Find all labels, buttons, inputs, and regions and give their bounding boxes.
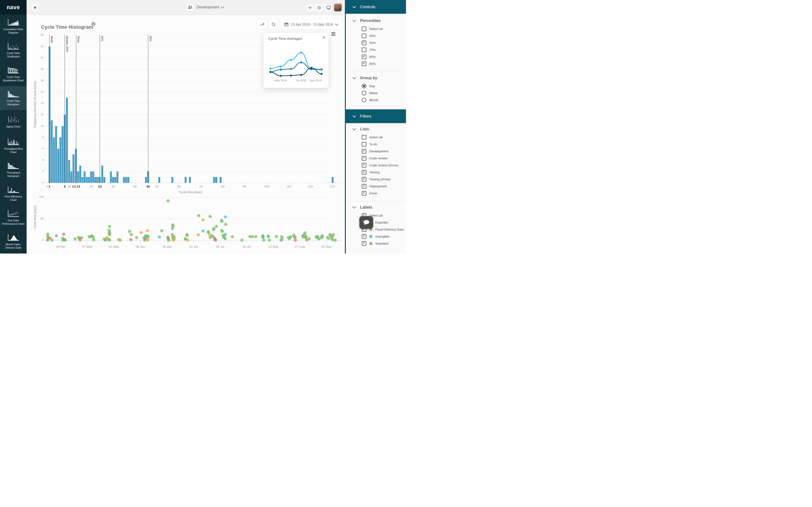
- scatter-point[interactable]: [262, 238, 265, 242]
- scatter-point[interactable]: [220, 220, 223, 223]
- scatter-point[interactable]: [160, 229, 163, 232]
- scatter-point[interactable]: [158, 235, 161, 238]
- checkbox[interactable]: [362, 234, 366, 239]
- lists-option-testing[interactable]: Testing: [346, 169, 406, 176]
- scatter-point[interactable]: [209, 215, 212, 218]
- scatter-point[interactable]: [202, 218, 205, 221]
- trend-toggle-button[interactable]: [257, 19, 267, 30]
- lists-option-to-do[interactable]: To do: [346, 141, 406, 148]
- scatter-point[interactable]: [79, 238, 82, 241]
- close-icon[interactable]: ×: [322, 35, 325, 40]
- scatter-point[interactable]: [280, 238, 283, 242]
- scatter-point[interactable]: [63, 238, 67, 242]
- averages-point[interactable]: [280, 74, 282, 77]
- histogram-bar[interactable]: [158, 177, 160, 183]
- scatter-point[interactable]: [108, 225, 111, 228]
- sidebar-item-cumulative-flow-diagram[interactable]: Cumulative Flow Diagram: [0, 14, 27, 38]
- averages-point[interactable]: [300, 51, 302, 54]
- histogram-bar[interactable]: [68, 160, 70, 183]
- scatter-point[interactable]: [129, 238, 133, 241]
- scatter-point[interactable]: [305, 235, 308, 238]
- histogram-bar[interactable]: [114, 177, 116, 183]
- checkbox[interactable]: [362, 241, 366, 246]
- checkbox[interactable]: [362, 135, 366, 139]
- averages-point[interactable]: [280, 68, 282, 71]
- histogram-bar[interactable]: [72, 154, 74, 183]
- averages-point[interactable]: [290, 74, 292, 77]
- histogram-bar[interactable]: [215, 177, 217, 183]
- checkbox[interactable]: [362, 177, 366, 181]
- averages-point[interactable]: [320, 68, 323, 71]
- lists-section-title[interactable]: Lists: [346, 127, 406, 131]
- averages-point[interactable]: [290, 68, 292, 70]
- scatter-point[interactable]: [128, 230, 131, 233]
- scatter-point[interactable]: [275, 235, 278, 238]
- settings-button[interactable]: ⚙: [315, 4, 323, 12]
- histogram-bar[interactable]: [189, 177, 191, 183]
- checkbox[interactable]: [362, 62, 366, 66]
- sidebar-item-cycle-time-scatterplot[interactable]: Cycle Time Scatterplot: [0, 38, 27, 62]
- lists-option-testing-done-[interactable]: Testing (Done): [346, 176, 406, 183]
- scatter-point[interactable]: [327, 237, 330, 240]
- labels-option-standard[interactable]: Standard: [346, 240, 406, 247]
- sidebar-item-cycle-time-histogram[interactable]: Cycle Time Histogram: [0, 86, 27, 110]
- radio[interactable]: [362, 84, 366, 89]
- scatter-point[interactable]: [254, 235, 257, 238]
- labels-option-expedite[interactable]: Expedite: [346, 219, 406, 226]
- labels-section-title[interactable]: Labels: [346, 205, 406, 210]
- scatter-point[interactable]: [55, 234, 58, 237]
- scatter-point[interactable]: [202, 229, 205, 232]
- percentiles-option-30-[interactable]: 30%: [346, 32, 406, 39]
- scatter-point[interactable]: [224, 215, 227, 219]
- histogram-bar[interactable]: [128, 177, 129, 183]
- percentiles-option-95-[interactable]: 95%: [346, 60, 406, 67]
- scatter-point[interactable]: [215, 225, 218, 228]
- scatter-point[interactable]: [130, 233, 133, 236]
- histogram-bar[interactable]: [77, 171, 79, 183]
- search-button[interactable]: [268, 19, 279, 30]
- nave-logo[interactable]: nave: [0, 0, 27, 14]
- histogram-bar[interactable]: [112, 177, 114, 183]
- histogram-bar[interactable]: [90, 171, 92, 183]
- averages-point[interactable]: [320, 73, 323, 75]
- checkbox[interactable]: [362, 26, 366, 31]
- histogram-bar[interactable]: [55, 126, 57, 183]
- histogram-bar[interactable]: [86, 177, 88, 183]
- histogram-bar[interactable]: [84, 171, 86, 183]
- scatter-point[interactable]: [73, 237, 77, 240]
- scatter-point[interactable]: [62, 233, 65, 236]
- group-by-section-title[interactable]: Group by: [346, 76, 406, 80]
- averages-point[interactable]: [300, 61, 302, 63]
- histogram-bar[interactable]: [59, 137, 61, 183]
- scatter-point[interactable]: [51, 238, 54, 242]
- checkbox[interactable]: [362, 191, 366, 195]
- percentiles-section-title[interactable]: Percentiles: [346, 18, 406, 23]
- sidebar-item-throughput-run-chart[interactable]: Throughput Run Chart: [0, 134, 27, 158]
- scatter-point[interactable]: [166, 199, 170, 202]
- radio[interactable]: [362, 91, 366, 95]
- percentiles-option-50-[interactable]: 50%: [346, 39, 406, 46]
- labels-option-fixed-delivery-date[interactable]: Fixed Delivery Date: [346, 226, 406, 233]
- histogram-bar[interactable]: [103, 177, 105, 183]
- histogram-bar[interactable]: [123, 177, 125, 183]
- sidebar-item-cycle-time-breakdown-chart[interactable]: Cycle Time Breakdown Chart: [0, 62, 27, 86]
- group-by-option-month[interactable]: Month: [346, 97, 406, 104]
- lists-option-code-review-done-[interactable]: Code review (Done): [346, 162, 406, 169]
- date-range-button[interactable]: 15 Apr 2018 - 15 Sep 2018: [280, 19, 342, 30]
- scatter-point[interactable]: [146, 238, 149, 242]
- histogram-bar[interactable]: [53, 137, 55, 183]
- avatar[interactable]: [334, 4, 342, 11]
- scatter-point[interactable]: [294, 236, 297, 239]
- histogram-bar[interactable]: [97, 177, 99, 183]
- chart-menu-icon[interactable]: [331, 32, 336, 37]
- histogram-bar[interactable]: [110, 171, 112, 183]
- histogram-bar[interactable]: [116, 171, 118, 183]
- checkbox[interactable]: [362, 163, 366, 168]
- scatter-point[interactable]: [108, 233, 111, 236]
- filters-header[interactable]: Filters: [346, 109, 406, 123]
- scatter-point[interactable]: [223, 237, 227, 240]
- scatter-point[interactable]: [186, 238, 190, 242]
- histogram-bar[interactable]: [88, 177, 90, 183]
- checkbox[interactable]: [362, 184, 366, 188]
- checkbox[interactable]: [362, 170, 366, 175]
